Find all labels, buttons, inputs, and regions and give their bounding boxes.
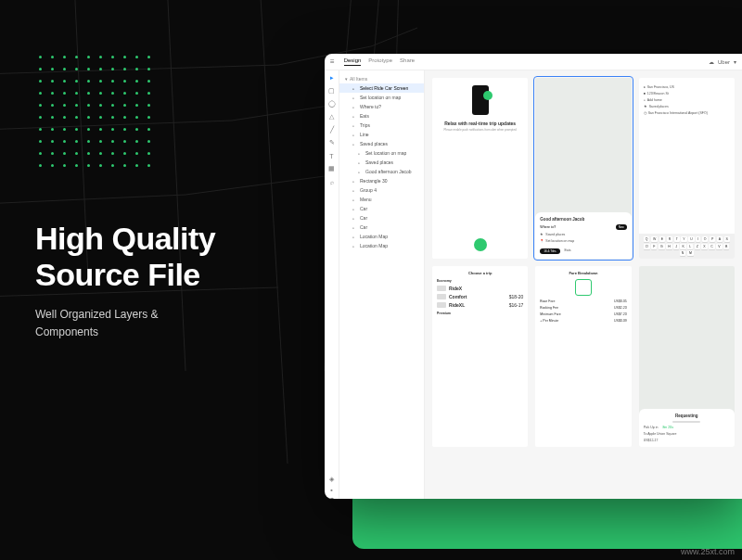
project-name[interactable]: Uber (718, 59, 730, 65)
keyboard: QWERTYUIOPASDFGHJKLZXCVBNM (639, 234, 735, 259)
zoom-tool-icon[interactable]: ⌕ (328, 178, 336, 185)
layers-header[interactable]: ▾All Items (339, 74, 424, 83)
fare-min: Minimum FareUS$7.20 (540, 312, 626, 316)
key: R (667, 236, 673, 242)
key: I (696, 236, 700, 242)
artboard-tool-icon[interactable]: ▢ (328, 87, 336, 95)
addr-from: ●San Francisco, US (644, 85, 730, 89)
layer-row[interactable]: ▫Trips (339, 121, 424, 130)
layer-type-icon: ▫ (352, 105, 357, 109)
select-tool-icon[interactable]: ▸ (328, 74, 336, 82)
layer-type-icon: ▫ (352, 142, 357, 146)
fare-base: Base FareUS$3.35 (540, 299, 626, 303)
chevron-down-icon: ▾ (345, 76, 348, 82)
layer-row[interactable]: ▫Rectangle 30 (339, 176, 424, 185)
layer-row[interactable]: ▫Set location on map (339, 148, 424, 158)
dest-row: To Apple Union Square (644, 432, 730, 436)
layer-type-icon: ▫ (352, 197, 357, 202)
layer-row[interactable]: ▫Good afternoon Jacob (339, 167, 424, 176)
receipt-icon (575, 279, 592, 296)
key: P (710, 236, 715, 242)
canvas[interactable]: Relax with real-time trip updates Please… (425, 70, 742, 499)
key: T (674, 236, 680, 242)
ride-option-1: RideX (437, 286, 523, 291)
editor-topbar: ≡ Design Prototype Share ☁ Uber ▾ (325, 54, 742, 70)
airport: ◷San Francisco International Airport (SF… (644, 111, 730, 115)
key: Y (681, 236, 686, 242)
layer-row[interactable]: ▫Saved places (339, 158, 424, 167)
where-to-row: Where to?Now (540, 224, 626, 230)
design-editor-window: ≡ Design Prototype Share ☁ Uber ▾ ▸ ▢ ◯ … (325, 54, 742, 499)
pen-tool-icon[interactable]: ✎ (328, 139, 336, 146)
layer-type-icon: ▫ (352, 225, 357, 230)
layer-type-icon: ▫ (352, 133, 357, 137)
key: G (659, 244, 665, 249)
saved-places-row: ★Saved places (540, 233, 626, 236)
key: U (688, 236, 695, 242)
notif-sub: Please enable push notifications from ub… (444, 128, 517, 132)
key: J (673, 244, 679, 249)
layer-type-icon: ▫ (358, 151, 363, 156)
layer-type-icon: ▫ (352, 114, 357, 119)
plugins-icon[interactable]: ⬢ (328, 497, 336, 500)
choose-title: Choose a trip (437, 271, 523, 275)
layer-row[interactable]: ▫Car (339, 204, 424, 213)
key: V (716, 244, 722, 249)
layer-row[interactable]: ▫Group 4 (339, 185, 424, 195)
price-row: US$12-17 (644, 439, 730, 442)
layer-row[interactable]: ▫Where to? (339, 102, 424, 111)
key: Q (644, 236, 650, 242)
layer-row[interactable]: ▫Location Map (339, 241, 424, 250)
layer-row[interactable]: ▫Car (339, 223, 424, 232)
layer-type-icon: ▫ (352, 179, 357, 184)
layers-panel: ▾All Items ▫Select Ride Car Screen▫Set l… (339, 70, 425, 499)
tab-share[interactable]: Share (400, 57, 415, 66)
rectangle-tool-icon[interactable]: ◯ (328, 100, 336, 108)
ride-option-2: Comfort$18-20 (437, 294, 523, 299)
artboard-choose-trip[interactable]: Choose a trip Economy RideX Comfort$18-2… (432, 266, 528, 447)
layer-type-icon: ▫ (352, 188, 357, 193)
tab-design[interactable]: Design (344, 57, 362, 66)
artboard-fare-breakdown[interactable]: Fare Breakdown Base FareUS$3.35 Booking … (535, 266, 631, 447)
layer-type-icon: ▫ (352, 216, 357, 221)
chevron-down-icon[interactable]: ▾ (734, 58, 736, 65)
layer-row[interactable]: ▫Select Ride Car Screen (339, 83, 424, 93)
layer-type-icon: ▫ (352, 123, 357, 128)
key: L (687, 244, 693, 249)
assets-tool-icon[interactable]: ▦ (328, 165, 336, 172)
artboard-home-map[interactable]: Good afternoon Jacob Where to?Now ★Saved… (535, 78, 631, 259)
layers-panel-icon[interactable]: ◈ (328, 476, 336, 483)
layer-type-icon: ▫ (352, 86, 357, 91)
tool-sidebar: ▸ ▢ ◯ △ ╱ ✎ T ▦ ⌕ ◈ ▪ ⬢ (325, 70, 339, 499)
set-location-row: 📍Set location on map (540, 239, 626, 243)
layer-row[interactable]: ▫Saved places (339, 139, 424, 148)
layer-row[interactable]: ▫Menu (339, 195, 424, 204)
pickup-row: Pick Up in 8m 20s (644, 426, 730, 429)
artboard-notifications[interactable]: Relax with real-time trip updates Please… (432, 78, 528, 259)
add-home: ⌂Add home (644, 98, 730, 102)
key: E (659, 236, 665, 242)
saved: ★Saved places (644, 105, 730, 108)
menu-icon[interactable]: ≡ (330, 57, 335, 66)
ellipse-tool-icon[interactable]: △ (328, 113, 336, 121)
layer-type-icon: ▫ (358, 160, 363, 165)
libraries-icon[interactable]: ▪ (328, 487, 336, 493)
hero-subtitle: Well Organized Layers &Components (35, 306, 215, 341)
tab-prototype[interactable]: Prototype (368, 57, 392, 66)
layer-row[interactable]: ▫Set location on map (339, 93, 424, 102)
key: B (723, 244, 729, 249)
key: H (666, 244, 672, 249)
layer-row[interactable]: ▫Car (339, 213, 424, 223)
key: X (701, 244, 707, 249)
layer-row[interactable]: ▫Line (339, 130, 424, 139)
layer-row[interactable]: ▫Location Map (339, 232, 424, 241)
layer-type-icon: ▫ (352, 95, 357, 100)
text-tool-icon[interactable]: T (328, 152, 336, 159)
artboard-requesting[interactable]: Requesting Pick Up in 8m 20s To Apple Un… (639, 266, 735, 447)
economy-label: Economy (437, 279, 523, 283)
key: Z (695, 244, 700, 249)
greeting: Good afternoon Jacob (540, 217, 626, 222)
artboard-search[interactable]: ●San Francisco, US ■123 Beacon St ⌂Add h… (639, 78, 735, 259)
layer-row[interactable]: ▫Eats (339, 111, 424, 121)
line-tool-icon[interactable]: ╱ (328, 126, 336, 134)
